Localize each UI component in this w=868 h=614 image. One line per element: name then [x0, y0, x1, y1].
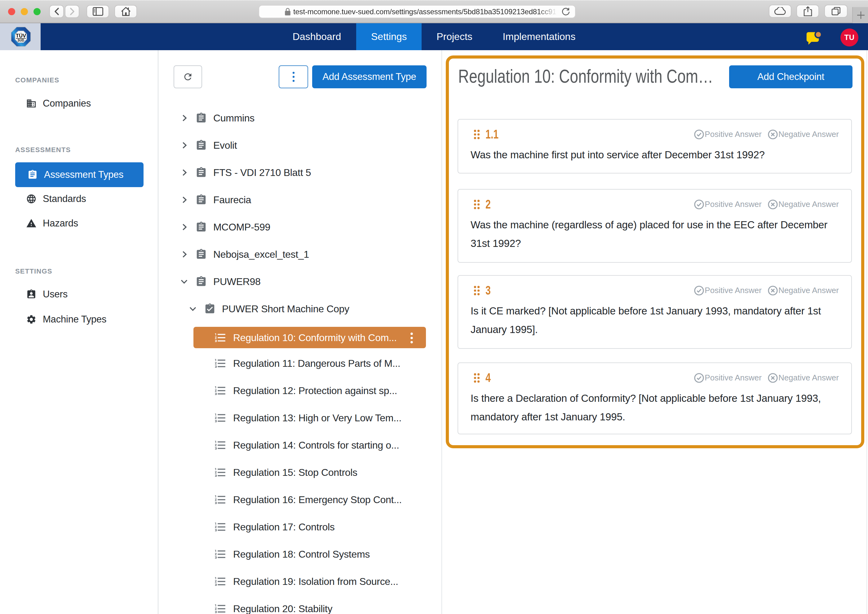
svg-text:SÜD: SÜD: [18, 38, 24, 42]
svg-text:TÜV: TÜV: [16, 33, 26, 39]
